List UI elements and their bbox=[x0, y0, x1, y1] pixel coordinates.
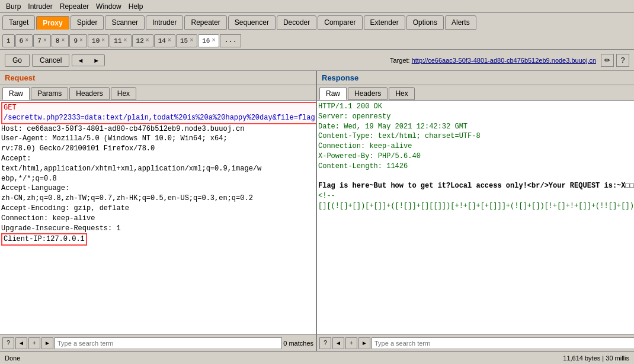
cancel-button[interactable]: Cancel bbox=[32, 54, 69, 67]
help-button[interactable]: ? bbox=[616, 54, 629, 67]
status-bytes: 11,614 bytes | 30 millis bbox=[563, 355, 629, 362]
response-tab-bar: Raw Headers Hex bbox=[317, 85, 634, 101]
num-tab-9[interactable]: 9× bbox=[69, 34, 87, 47]
tab-alerts[interactable]: Alerts bbox=[445, 15, 476, 30]
response-search-bar: ? ◄ + ► 0 matches bbox=[317, 334, 634, 351]
request-tab-raw[interactable]: Raw bbox=[2, 87, 30, 100]
main-tab-bar: Target Proxy Spider Scanner Intruder Rep… bbox=[0, 13, 634, 32]
toolbar: Go Cancel ◄ ► Target: http://ce66aac3-50… bbox=[0, 50, 634, 71]
num-tab-15[interactable]: 15× bbox=[176, 34, 197, 47]
target-url[interactable]: http://ce66aac3-50f3-4801-ad80-cb476b512… bbox=[412, 57, 596, 64]
response-search-help[interactable]: ? bbox=[319, 337, 331, 349]
request-header: Request bbox=[0, 71, 316, 85]
request-panel: Request Raw Params Headers Hex GET /secr… bbox=[0, 71, 317, 351]
status-text: Done bbox=[5, 355, 20, 362]
request-tab-bar: Raw Params Headers Hex bbox=[0, 85, 316, 101]
request-search-bar: ? ◄ + ► 0 matches bbox=[0, 334, 316, 351]
request-search-prev[interactable]: ◄ bbox=[15, 337, 27, 349]
response-content-area[interactable]: HTTP/1.1 200 OK Server: openresty Date: … bbox=[317, 101, 634, 334]
go-button[interactable]: Go bbox=[5, 54, 30, 67]
more-tabs-button[interactable]: ... bbox=[220, 34, 241, 47]
num-tab-1[interactable]: 1 bbox=[2, 34, 15, 47]
response-search-prev[interactable]: ◄ bbox=[332, 337, 344, 349]
response-search-options[interactable]: ► bbox=[358, 337, 370, 349]
num-tab-7[interactable]: 7× bbox=[33, 34, 51, 47]
request-tab-hex[interactable]: Hex bbox=[111, 87, 136, 100]
tab-intruder[interactable]: Intruder bbox=[146, 15, 183, 30]
menu-bar: Burp Intruder Repeater Window Help bbox=[0, 0, 634, 13]
response-panel: Response Raw Headers Hex HTTP/1.1 200 OK… bbox=[317, 71, 634, 351]
tab-proxy[interactable]: Proxy bbox=[36, 16, 69, 30]
response-tab-raw[interactable]: Raw bbox=[319, 87, 347, 100]
tab-spider[interactable]: Spider bbox=[71, 15, 104, 30]
request-search-options[interactable]: ► bbox=[41, 337, 53, 349]
request-search-input[interactable] bbox=[55, 337, 282, 349]
request-search-help[interactable]: ? bbox=[2, 337, 14, 349]
numbered-tab-bar: 1 6× 7× 8× 9× 10× 11× 12× 14× 15× 16× ..… bbox=[0, 32, 634, 50]
num-tab-12[interactable]: 12× bbox=[132, 34, 153, 47]
num-tab-6[interactable]: 6× bbox=[15, 34, 33, 47]
response-tab-headers[interactable]: Headers bbox=[348, 87, 388, 100]
tab-repeater[interactable]: Repeater bbox=[184, 15, 226, 30]
main-content: Request Raw Params Headers Hex GET /secr… bbox=[0, 71, 634, 351]
tab-extender[interactable]: Extender bbox=[364, 15, 405, 30]
tab-target[interactable]: Target bbox=[2, 15, 35, 30]
response-search-next[interactable]: + bbox=[345, 337, 357, 349]
tab-sequencer[interactable]: Sequencer bbox=[228, 15, 276, 30]
request-tab-params[interactable]: Params bbox=[31, 87, 68, 100]
response-search-input[interactable] bbox=[372, 337, 634, 349]
tab-options[interactable]: Options bbox=[406, 15, 444, 30]
target-info: Target: http://ce66aac3-50f3-4801-ad80-c… bbox=[390, 57, 596, 64]
status-bar: Done 11,614 bytes | 30 millis bbox=[0, 351, 634, 364]
num-tab-8[interactable]: 8× bbox=[52, 34, 69, 47]
request-text: GET /secrettw.php?2333=data:text/plain,t… bbox=[1, 102, 315, 246]
menu-intruder[interactable]: Intruder bbox=[24, 1, 56, 12]
response-header: Response bbox=[317, 71, 634, 85]
tab-comparer[interactable]: Comparer bbox=[318, 15, 362, 30]
tab-scanner[interactable]: Scanner bbox=[105, 15, 145, 30]
request-tab-headers[interactable]: Headers bbox=[69, 87, 109, 100]
request-search-next[interactable]: + bbox=[28, 337, 40, 349]
tab-decoder[interactable]: Decoder bbox=[277, 15, 316, 30]
num-tab-10[interactable]: 10× bbox=[88, 34, 109, 47]
num-tab-16[interactable]: 16× bbox=[198, 34, 219, 47]
response-tab-hex[interactable]: Hex bbox=[389, 87, 414, 100]
menu-window[interactable]: Window bbox=[92, 1, 125, 12]
forward-button[interactable]: ► bbox=[88, 54, 105, 66]
menu-burp[interactable]: Burp bbox=[2, 1, 24, 12]
menu-repeater[interactable]: Repeater bbox=[56, 1, 92, 12]
back-button[interactable]: ◄ bbox=[72, 54, 88, 66]
nav-buttons: ◄ ► bbox=[72, 54, 105, 66]
target-label-text: Target: bbox=[390, 57, 410, 64]
edit-target-button[interactable]: ✏ bbox=[601, 54, 614, 67]
num-tab-14[interactable]: 14× bbox=[154, 34, 175, 47]
request-content-area[interactable]: GET /secrettw.php?2333=data:text/plain,t… bbox=[0, 101, 316, 334]
menu-help[interactable]: Help bbox=[125, 1, 147, 12]
response-text: HTTP/1.1 200 OK Server: openresty Date: … bbox=[318, 102, 634, 211]
num-tab-11[interactable]: 11× bbox=[110, 34, 131, 47]
request-matches-count: 0 matches bbox=[283, 340, 313, 347]
